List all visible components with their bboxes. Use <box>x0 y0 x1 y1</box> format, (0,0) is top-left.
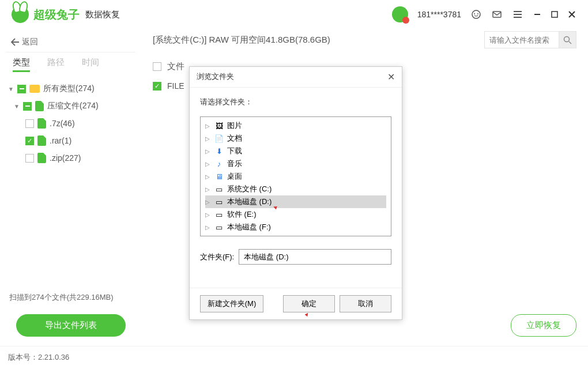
folder-item-drive-e[interactable]: ▷▭软件 (E:) <box>205 208 386 221</box>
tree-label: .zip(227) <box>50 153 81 163</box>
volume-row: [系统文件(C:)] RAW 可用空间41.8GB(78.6GB) <box>153 29 576 56</box>
tab-time[interactable]: 时间 <box>82 57 99 72</box>
header-right: 181****3781 <box>392 6 576 22</box>
user-avatar-icon[interactable] <box>392 6 408 22</box>
tree-label: .7z(46) <box>50 119 75 128</box>
menu-icon[interactable] <box>512 9 523 20</box>
header-left: 超级兔子 数据恢复 <box>12 6 120 23</box>
scan-info: 扫描到274个文件(共229.16MB) <box>6 284 135 311</box>
file-name: FILE <box>167 81 184 91</box>
tab-path[interactable]: 路径 <box>47 57 65 72</box>
svg-point-0 <box>472 10 480 18</box>
folder-name-field: 文件夹(F): <box>200 249 391 265</box>
folder-icon <box>29 85 40 93</box>
sidebar-tabs: 类型 路径 时间 <box>6 52 135 80</box>
feedback-icon[interactable] <box>491 9 503 20</box>
field-label: 文件夹(F): <box>200 252 234 262</box>
column-filename: 文件 <box>167 61 184 72</box>
download-icon: ⬇ <box>214 147 224 155</box>
checkbox-checked[interactable]: ✓ <box>153 82 161 91</box>
tree-label: 所有类型(274) <box>43 84 95 94</box>
checkbox[interactable] <box>25 154 34 163</box>
drive-icon: ▭ <box>214 185 224 193</box>
new-folder-button[interactable]: 新建文件夹(M) <box>200 295 263 312</box>
back-label: 返回 <box>22 37 38 47</box>
back-button[interactable]: 返回 <box>6 29 135 52</box>
svg-point-1 <box>474 13 475 14</box>
checkbox[interactable] <box>25 119 34 128</box>
tree-item-archive[interactable]: ▼ 压缩文件(274) <box>6 97 135 115</box>
recover-button[interactable]: 立即恢复 <box>511 314 576 337</box>
dialog-buttons: 新建文件夹(M) 确定 取消 <box>190 288 402 319</box>
folder-item-drive-d[interactable]: ▷▭本地磁盘 (D:) <box>205 195 386 208</box>
music-icon: ♪ <box>214 160 224 168</box>
user-phone: 181****3781 <box>417 10 461 19</box>
folder-item-drive-c[interactable]: ▷▭系统文件 (C:) <box>205 183 386 195</box>
pictures-icon: 🖼 <box>214 122 224 130</box>
dialog-close-button[interactable]: ✕ <box>387 71 395 82</box>
export-button[interactable]: 导出文件列表 <box>16 314 126 337</box>
checkbox-partial[interactable] <box>17 85 26 93</box>
tree-label: .rar(1) <box>50 136 71 145</box>
window-controls <box>533 10 576 19</box>
svg-rect-3 <box>493 12 501 17</box>
maximize-button[interactable] <box>550 10 559 19</box>
browse-folder-dialog: 浏览文件夹 ✕ 请选择文件夹： ▷🖼图片 ▷📄文档 ▷⬇下载 ▷♪音乐 ▷🖥桌面… <box>189 66 402 320</box>
rabbit-logo-icon <box>12 6 29 23</box>
search-wrap <box>484 31 576 48</box>
close-button[interactable] <box>567 10 576 19</box>
ok-button[interactable]: 确定 <box>283 295 335 312</box>
archive-icon <box>37 153 46 163</box>
desktop-icon: 🖥 <box>214 172 224 180</box>
version-label: 版本号： <box>8 353 38 361</box>
tree-item-7z[interactable]: .7z(46) <box>6 115 135 132</box>
cancel-button[interactable]: 取消 <box>340 295 391 312</box>
folder-item-documents[interactable]: ▷📄文档 <box>205 132 386 145</box>
volume-title: [系统文件(C:)] RAW 可用空间41.8GB(78.6GB) <box>153 35 330 46</box>
drive-icon: ▭ <box>214 236 224 236</box>
document-icon: 📄 <box>214 134 224 142</box>
caret-down-icon: ▼ <box>8 86 14 92</box>
tree-item-all[interactable]: ▼ 所有类型(274) <box>6 80 135 97</box>
drive-icon: ▭ <box>214 198 224 206</box>
tree-label: 压缩文件(274) <box>47 101 99 111</box>
type-tree: ▼ 所有类型(274) ▼ 压缩文件(274) .7z(46) ✓ .rar(1… <box>6 80 135 284</box>
app-header: 超级兔子 数据恢复 181****3781 <box>0 0 588 29</box>
folder-name-input[interactable] <box>239 249 391 265</box>
checkbox-partial[interactable] <box>23 102 32 111</box>
folder-item-drive-f[interactable]: ▷▭本地磁盘 (F:) <box>205 221 386 233</box>
tab-type[interactable]: 类型 <box>13 57 30 72</box>
svg-point-5 <box>564 36 570 42</box>
version-number: 2.21.0.36 <box>38 353 69 361</box>
select-all-checkbox[interactable] <box>153 62 161 71</box>
dialog-body: 请选择文件夹： ▷🖼图片 ▷📄文档 ▷⬇下载 ▷♪音乐 ▷🖥桌面 ▷▭系统文件 … <box>190 88 402 288</box>
archive-icon <box>37 118 46 129</box>
support-icon[interactable] <box>470 9 482 20</box>
folder-item-drive-g[interactable]: ▷▭可移动磁盘 (G:) <box>205 233 386 236</box>
tree-item-rar[interactable]: ✓ .rar(1) <box>6 132 135 149</box>
sidebar: 返回 类型 路径 时间 ▼ 所有类型(274) ▼ 压缩文件(274) <box>0 29 141 346</box>
folder-item-music[interactable]: ▷♪音乐 <box>205 157 386 170</box>
drive-icon: ▭ <box>214 210 224 218</box>
caret-down-icon: ▼ <box>14 103 20 110</box>
drive-icon: ▭ <box>214 223 224 231</box>
brand-subtitle: 数据恢复 <box>85 9 120 20</box>
svg-rect-4 <box>552 12 557 17</box>
folder-item-desktop[interactable]: ▷🖥桌面 <box>205 170 386 183</box>
checkbox-checked[interactable]: ✓ <box>25 137 34 145</box>
footer: 版本号：2.21.0.36 <box>0 346 588 368</box>
dialog-title: 浏览文件夹 <box>197 71 234 82</box>
svg-point-2 <box>477 13 478 14</box>
folder-item-pictures[interactable]: ▷🖼图片 <box>205 119 386 132</box>
search-input[interactable] <box>484 31 559 48</box>
minimize-button[interactable] <box>533 10 542 19</box>
search-button[interactable] <box>559 31 576 48</box>
archive-icon <box>37 135 46 146</box>
tree-item-zip[interactable]: .zip(227) <box>6 149 135 167</box>
dialog-prompt: 请选择文件夹： <box>200 97 391 107</box>
folder-tree[interactable]: ▷🖼图片 ▷📄文档 ▷⬇下载 ▷♪音乐 ▷🖥桌面 ▷▭系统文件 (C:) ▷▭本… <box>200 116 391 236</box>
folder-item-downloads[interactable]: ▷⬇下载 <box>205 145 386 157</box>
archive-icon <box>35 101 44 111</box>
dialog-titlebar: 浏览文件夹 ✕ <box>190 67 402 88</box>
brand-name: 超级兔子 <box>33 7 80 22</box>
